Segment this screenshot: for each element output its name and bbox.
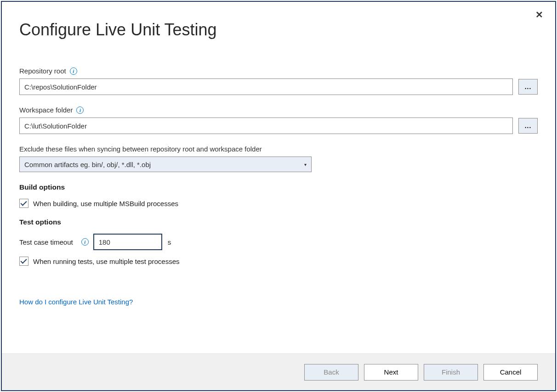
info-icon[interactable]: i xyxy=(76,106,84,114)
build-options-header: Build options xyxy=(19,183,538,191)
repository-root-label: Repository root xyxy=(19,67,66,75)
test-options-header: Test options xyxy=(19,218,538,226)
back-button[interactable]: Back xyxy=(304,364,358,381)
timeout-label: Test case timeout xyxy=(19,238,73,246)
timeout-input[interactable] xyxy=(93,234,162,250)
chevron-down-icon: ▾ xyxy=(304,162,307,167)
finish-button[interactable]: Finish xyxy=(424,364,478,381)
help-link[interactable]: How do I configure Live Unit Testing? xyxy=(19,298,133,306)
workspace-folder-label-row: Workspace folder i xyxy=(19,106,538,114)
info-icon[interactable]: i xyxy=(70,67,77,75)
multiple-msbuild-row: When building, use multiple MSBuild proc… xyxy=(19,199,538,208)
exclude-files-group: Exclude these files when syncing between… xyxy=(19,145,538,172)
repository-root-label-row: Repository root i xyxy=(19,67,538,75)
repository-root-group: Repository root i ... xyxy=(19,67,538,95)
exclude-files-label: Exclude these files when syncing between… xyxy=(19,145,262,153)
multiple-msbuild-checkbox[interactable] xyxy=(19,199,28,208)
next-button[interactable]: Next xyxy=(364,364,418,381)
repository-root-browse-button[interactable]: ... xyxy=(518,79,538,95)
multiple-test-row: When running tests, use multiple test pr… xyxy=(19,257,538,266)
info-icon[interactable]: i xyxy=(81,238,89,246)
timeout-unit: s xyxy=(168,238,171,246)
repository-root-input[interactable] xyxy=(19,78,513,95)
dialog-footer: Back Next Finish Cancel xyxy=(2,353,555,390)
multiple-test-checkbox[interactable] xyxy=(19,257,28,266)
exclude-files-label-row: Exclude these files when syncing between… xyxy=(19,145,538,153)
workspace-folder-label: Workspace folder xyxy=(19,106,73,114)
workspace-folder-browse-button[interactable]: ... xyxy=(518,118,538,134)
dialog-content: Configure Live Unit Testing Repository r… xyxy=(2,2,555,353)
configure-dialog: ✕ Configure Live Unit Testing Repository… xyxy=(1,1,556,391)
exclude-files-dropdown[interactable]: Common artifacts eg. bin/, obj/, *.dll, … xyxy=(19,157,312,172)
cancel-button[interactable]: Cancel xyxy=(483,364,538,381)
close-button[interactable]: ✕ xyxy=(535,10,543,19)
exclude-files-selected: Common artifacts eg. bin/, obj/, *.dll, … xyxy=(24,161,151,168)
multiple-test-label: When running tests, use multiple test pr… xyxy=(33,258,180,265)
workspace-folder-group: Workspace folder i ... xyxy=(19,106,538,134)
workspace-folder-row: ... xyxy=(19,118,538,134)
timeout-row: Test case timeout i s xyxy=(19,234,538,250)
repository-root-row: ... xyxy=(19,78,538,95)
multiple-msbuild-label: When building, use multiple MSBuild proc… xyxy=(33,200,178,207)
dialog-title: Configure Live Unit Testing xyxy=(19,20,538,39)
workspace-folder-input[interactable] xyxy=(19,118,513,134)
